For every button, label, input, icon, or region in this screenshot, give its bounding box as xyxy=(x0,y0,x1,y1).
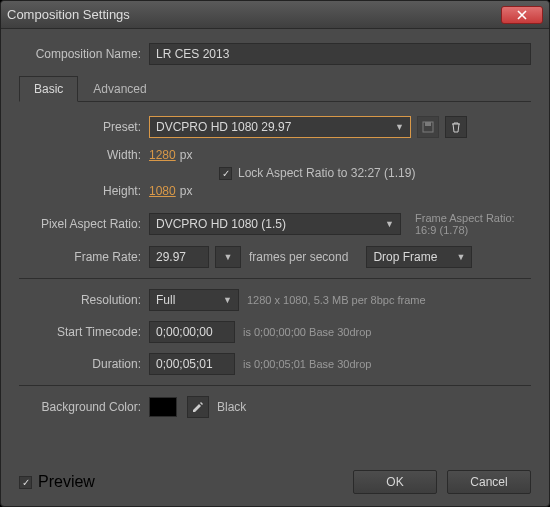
resolution-value: Full xyxy=(156,293,175,307)
frame-rate-suffix: frames per second xyxy=(249,250,348,264)
width-input[interactable]: 1280 xyxy=(149,148,176,162)
frame-rate-label: Frame Rate: xyxy=(19,250,149,264)
width-label: Width: xyxy=(19,148,149,162)
resolution-label: Resolution: xyxy=(19,293,149,307)
save-preset-icon xyxy=(422,121,434,133)
window-title: Composition Settings xyxy=(7,7,501,22)
close-icon xyxy=(517,10,527,20)
resolution-select[interactable]: Full ▼ xyxy=(149,289,239,311)
duration-input[interactable] xyxy=(149,353,235,375)
preview-label: Preview xyxy=(38,473,95,491)
background-color-label: Background Color: xyxy=(19,400,149,414)
drop-frame-value: Drop Frame xyxy=(373,250,437,264)
preview-checkbox[interactable] xyxy=(19,476,32,489)
settings-tabs: Basic Advanced xyxy=(19,75,531,102)
preset-select[interactable]: DVCPRO HD 1080 29.97 ▼ xyxy=(149,116,411,138)
start-timecode-info: is 0;00;00;00 Base 30drop xyxy=(243,326,371,338)
composition-settings-window: Composition Settings Composition Name: B… xyxy=(0,0,550,507)
chevron-down-icon: ▼ xyxy=(395,122,404,132)
divider xyxy=(19,385,531,386)
resolution-info: 1280 x 1080, 5.3 MB per 8bpc frame xyxy=(247,294,426,306)
chevron-down-icon: ▼ xyxy=(385,219,394,229)
save-preset-button[interactable] xyxy=(417,116,439,138)
preset-value: DVCPRO HD 1080 29.97 xyxy=(156,120,291,134)
drop-frame-select[interactable]: Drop Frame ▼ xyxy=(366,246,472,268)
eyedropper-button[interactable] xyxy=(187,396,209,418)
width-unit: px xyxy=(180,148,193,162)
duration-info: is 0;00;05;01 Base 30drop xyxy=(243,358,371,370)
height-input[interactable]: 1080 xyxy=(149,184,176,198)
frame-rate-input[interactable] xyxy=(149,246,209,268)
duration-label: Duration: xyxy=(19,357,149,371)
start-timecode-label: Start Timecode: xyxy=(19,325,149,339)
frame-rate-dropdown[interactable]: ▼ xyxy=(215,246,241,268)
background-color-swatch[interactable] xyxy=(149,397,177,417)
tab-advanced[interactable]: Advanced xyxy=(78,76,161,102)
composition-name-input[interactable] xyxy=(149,43,531,65)
divider xyxy=(19,278,531,279)
preset-label: Preset: xyxy=(19,120,149,134)
svg-rect-1 xyxy=(425,122,431,126)
lock-aspect-label: Lock Aspect Ratio to 32:27 (1.19) xyxy=(238,166,415,180)
lock-aspect-checkbox[interactable] xyxy=(219,167,232,180)
chevron-down-icon: ▼ xyxy=(223,295,232,305)
background-color-name: Black xyxy=(217,400,246,414)
cancel-button[interactable]: Cancel xyxy=(447,470,531,494)
pixel-aspect-ratio-select[interactable]: DVCPRO HD 1080 (1.5) ▼ xyxy=(149,213,401,235)
ok-button[interactable]: OK xyxy=(353,470,437,494)
frame-aspect-label: Frame Aspect Ratio: xyxy=(415,212,515,224)
close-button[interactable] xyxy=(501,6,543,24)
chevron-down-icon: ▼ xyxy=(224,252,233,262)
height-unit: px xyxy=(180,184,193,198)
trash-icon xyxy=(450,121,462,133)
start-timecode-input[interactable] xyxy=(149,321,235,343)
par-value: DVCPRO HD 1080 (1.5) xyxy=(156,217,286,231)
chevron-down-icon: ▼ xyxy=(456,252,465,262)
par-label: Pixel Aspect Ratio: xyxy=(19,217,149,231)
frame-aspect-value: 16:9 (1.78) xyxy=(415,224,515,236)
delete-preset-button[interactable] xyxy=(445,116,467,138)
eyedropper-icon xyxy=(192,401,204,413)
titlebar[interactable]: Composition Settings xyxy=(1,1,549,29)
composition-name-label: Composition Name: xyxy=(19,47,149,61)
height-label: Height: xyxy=(19,184,149,198)
tab-basic[interactable]: Basic xyxy=(19,76,78,102)
